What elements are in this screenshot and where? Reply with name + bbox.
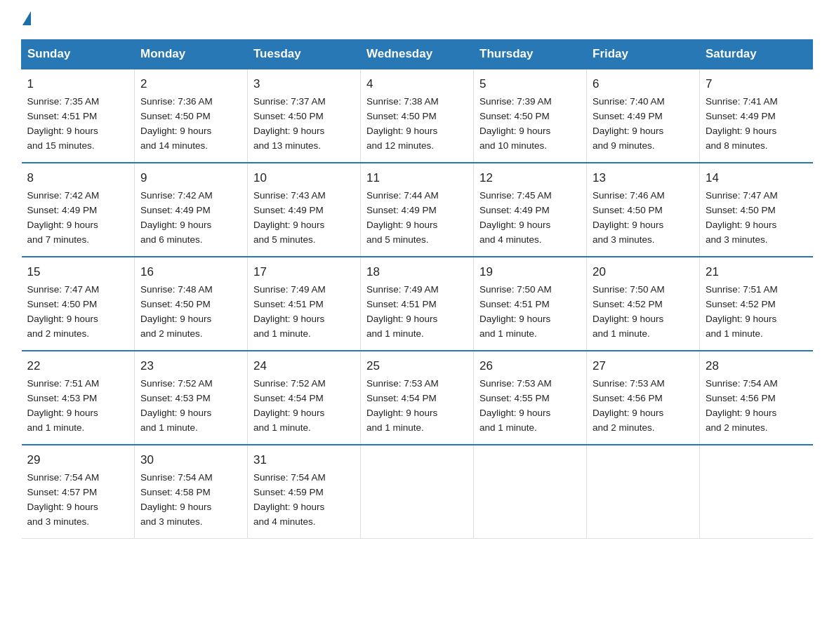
day-number: 13 bbox=[593, 169, 694, 187]
calendar-cell: 19Sunrise: 7:50 AMSunset: 4:51 PMDayligh… bbox=[474, 257, 587, 351]
calendar-cell: 7Sunrise: 7:41 AMSunset: 4:49 PMDaylight… bbox=[700, 69, 813, 163]
day-number: 1 bbox=[27, 75, 129, 93]
calendar-cell: 30Sunrise: 7:54 AMSunset: 4:58 PMDayligh… bbox=[135, 445, 248, 539]
day-number: 16 bbox=[140, 263, 241, 281]
calendar-cell: 28Sunrise: 7:54 AMSunset: 4:56 PMDayligh… bbox=[700, 351, 813, 445]
calendar-cell: 29Sunrise: 7:54 AMSunset: 4:57 PMDayligh… bbox=[22, 445, 135, 539]
day-number: 17 bbox=[253, 263, 355, 281]
calendar-cell: 17Sunrise: 7:49 AMSunset: 4:51 PMDayligh… bbox=[248, 257, 361, 351]
day-number: 27 bbox=[593, 357, 694, 375]
weekday-header-thursday: Thursday bbox=[474, 40, 587, 69]
weekday-header-friday: Friday bbox=[587, 40, 700, 69]
calendar-cell: 6Sunrise: 7:40 AMSunset: 4:49 PMDaylight… bbox=[587, 69, 700, 163]
calendar-cell: 5Sunrise: 7:39 AMSunset: 4:50 PMDaylight… bbox=[474, 69, 587, 163]
calendar-cell: 11Sunrise: 7:44 AMSunset: 4:49 PMDayligh… bbox=[361, 163, 474, 257]
calendar-cell: 2Sunrise: 7:36 AMSunset: 4:50 PMDaylight… bbox=[135, 69, 248, 163]
day-number: 8 bbox=[27, 169, 129, 187]
weekday-header-row: SundayMondayTuesdayWednesdayThursdayFrid… bbox=[22, 40, 813, 69]
calendar-cell: 25Sunrise: 7:53 AMSunset: 4:54 PMDayligh… bbox=[361, 351, 474, 445]
calendar-cell: 21Sunrise: 7:51 AMSunset: 4:52 PMDayligh… bbox=[700, 257, 813, 351]
day-number: 5 bbox=[479, 75, 581, 93]
calendar-cell: 31Sunrise: 7:54 AMSunset: 4:59 PMDayligh… bbox=[248, 445, 361, 539]
day-number: 31 bbox=[253, 451, 355, 469]
day-number: 3 bbox=[253, 75, 355, 93]
calendar-cell bbox=[587, 445, 700, 539]
day-number: 20 bbox=[593, 263, 694, 281]
calendar-cell bbox=[474, 445, 587, 539]
calendar-table: SundayMondayTuesdayWednesdayThursdayFrid… bbox=[21, 39, 813, 539]
calendar-cell: 14Sunrise: 7:47 AMSunset: 4:50 PMDayligh… bbox=[700, 163, 813, 257]
day-number: 6 bbox=[593, 75, 694, 93]
day-number: 19 bbox=[479, 263, 581, 281]
calendar-cell bbox=[700, 445, 813, 539]
day-number: 15 bbox=[27, 263, 129, 281]
page-header bbox=[21, 14, 813, 25]
day-number: 7 bbox=[706, 75, 807, 93]
weekday-header-sunday: Sunday bbox=[22, 40, 135, 69]
calendar-cell: 26Sunrise: 7:53 AMSunset: 4:55 PMDayligh… bbox=[474, 351, 587, 445]
calendar-header: SundayMondayTuesdayWednesdayThursdayFrid… bbox=[22, 40, 813, 69]
calendar-cell: 8Sunrise: 7:42 AMSunset: 4:49 PMDaylight… bbox=[22, 163, 135, 257]
logo-triangle-icon bbox=[22, 11, 31, 25]
calendar-cell: 24Sunrise: 7:52 AMSunset: 4:54 PMDayligh… bbox=[248, 351, 361, 445]
calendar-cell: 23Sunrise: 7:52 AMSunset: 4:53 PMDayligh… bbox=[135, 351, 248, 445]
calendar-body: 1Sunrise: 7:35 AMSunset: 4:51 PMDaylight… bbox=[22, 69, 813, 539]
calendar-cell: 10Sunrise: 7:43 AMSunset: 4:49 PMDayligh… bbox=[248, 163, 361, 257]
day-number: 11 bbox=[366, 169, 468, 187]
day-number: 21 bbox=[706, 263, 807, 281]
day-number: 4 bbox=[366, 75, 468, 93]
calendar-cell: 3Sunrise: 7:37 AMSunset: 4:50 PMDaylight… bbox=[248, 69, 361, 163]
weekday-header-saturday: Saturday bbox=[700, 40, 813, 69]
day-number: 25 bbox=[366, 357, 468, 375]
weekday-header-wednesday: Wednesday bbox=[361, 40, 474, 69]
calendar-cell: 22Sunrise: 7:51 AMSunset: 4:53 PMDayligh… bbox=[22, 351, 135, 445]
logo bbox=[21, 14, 31, 25]
calendar-cell: 13Sunrise: 7:46 AMSunset: 4:50 PMDayligh… bbox=[587, 163, 700, 257]
day-number: 12 bbox=[479, 169, 581, 187]
calendar-cell: 16Sunrise: 7:48 AMSunset: 4:50 PMDayligh… bbox=[135, 257, 248, 351]
weekday-header-tuesday: Tuesday bbox=[248, 40, 361, 69]
calendar-cell: 4Sunrise: 7:38 AMSunset: 4:50 PMDaylight… bbox=[361, 69, 474, 163]
day-number: 28 bbox=[706, 357, 807, 375]
day-number: 9 bbox=[140, 169, 241, 187]
weekday-header-monday: Monday bbox=[135, 40, 248, 69]
calendar-week-row-5: 29Sunrise: 7:54 AMSunset: 4:57 PMDayligh… bbox=[22, 445, 813, 539]
day-number: 29 bbox=[27, 451, 129, 469]
calendar-cell: 20Sunrise: 7:50 AMSunset: 4:52 PMDayligh… bbox=[587, 257, 700, 351]
calendar-cell: 1Sunrise: 7:35 AMSunset: 4:51 PMDaylight… bbox=[22, 69, 135, 163]
calendar-cell: 27Sunrise: 7:53 AMSunset: 4:56 PMDayligh… bbox=[587, 351, 700, 445]
day-number: 22 bbox=[27, 357, 129, 375]
calendar-cell: 9Sunrise: 7:42 AMSunset: 4:49 PMDaylight… bbox=[135, 163, 248, 257]
day-number: 30 bbox=[140, 451, 241, 469]
day-number: 26 bbox=[479, 357, 581, 375]
day-number: 14 bbox=[706, 169, 807, 187]
day-number: 18 bbox=[366, 263, 468, 281]
day-number: 23 bbox=[140, 357, 241, 375]
day-number: 10 bbox=[253, 169, 355, 187]
day-number: 24 bbox=[253, 357, 355, 375]
calendar-cell: 18Sunrise: 7:49 AMSunset: 4:51 PMDayligh… bbox=[361, 257, 474, 351]
calendar-week-row-4: 22Sunrise: 7:51 AMSunset: 4:53 PMDayligh… bbox=[22, 351, 813, 445]
calendar-week-row-1: 1Sunrise: 7:35 AMSunset: 4:51 PMDaylight… bbox=[22, 69, 813, 163]
calendar-week-row-3: 15Sunrise: 7:47 AMSunset: 4:50 PMDayligh… bbox=[22, 257, 813, 351]
calendar-cell: 15Sunrise: 7:47 AMSunset: 4:50 PMDayligh… bbox=[22, 257, 135, 351]
calendar-cell bbox=[361, 445, 474, 539]
day-number: 2 bbox=[140, 75, 241, 93]
calendar-week-row-2: 8Sunrise: 7:42 AMSunset: 4:49 PMDaylight… bbox=[22, 163, 813, 257]
calendar-cell: 12Sunrise: 7:45 AMSunset: 4:49 PMDayligh… bbox=[474, 163, 587, 257]
